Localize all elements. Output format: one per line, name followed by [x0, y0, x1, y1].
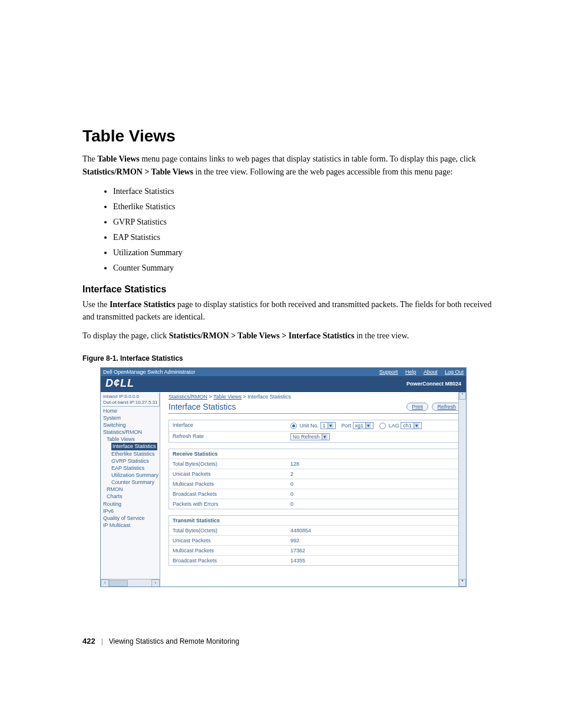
bold-text: Statistics/RMON > Table Views > Interfac…	[169, 331, 355, 340]
port-select[interactable]: xg1▾	[353, 422, 374, 429]
lag-label: LAG	[389, 423, 399, 429]
breadcrumb-sep: >	[242, 394, 247, 400]
scroll-left-icon[interactable]: ‹	[101, 579, 109, 587]
text: Use the	[82, 300, 110, 309]
unit-radio[interactable]	[290, 423, 297, 429]
nav-tree[interactable]: Home System Switching Statistics/RMON Ta…	[102, 407, 160, 529]
tree-system[interactable]: System	[102, 414, 160, 421]
list-item: EAP Statistics	[113, 230, 494, 245]
main-vscrollbar[interactable]: ˄ ˅	[458, 392, 466, 587]
scroll-thumb[interactable]	[109, 580, 128, 587]
scroll-up-icon[interactable]: ˄	[459, 392, 466, 400]
figure-caption: Figure 8-1. Interface Statistics	[82, 354, 494, 363]
about-link[interactable]: About	[424, 369, 438, 375]
tree-ipv6[interactable]: IPv6	[102, 508, 160, 515]
chevron-down-icon: ▾	[365, 423, 371, 429]
tree-interface-statistics[interactable]: Interface Statistics	[102, 443, 160, 450]
table-row: Broadcast Packets14355	[169, 555, 461, 565]
page-heading: Table Views	[82, 127, 494, 146]
list-item: Etherlike Statistics	[113, 199, 494, 215]
chevron-down-icon: ▾	[328, 423, 333, 429]
main-pane: Statistics/RMON > Table Views > Interfac…	[160, 392, 466, 587]
table-row: Total Bytes(Octets)4480854	[169, 525, 461, 535]
table-row: Unicast Packets2	[169, 469, 461, 479]
tree-ip-multicast[interactable]: IP Multicast	[102, 522, 160, 529]
scroll-right-icon[interactable]: ›	[151, 579, 160, 587]
page-title: Interface Statistics	[168, 402, 236, 411]
sub-paragraph-1: Use the Interface Statistics page to dis…	[82, 298, 494, 324]
text: in the tree view.	[354, 331, 409, 340]
port-label: Port	[342, 423, 352, 429]
inband-ip: Inband IP:0.0.0.0	[103, 394, 158, 400]
tree-etherlike-statistics[interactable]: Etherlike Statistics	[102, 450, 160, 457]
logout-link[interactable]: Log Out	[445, 369, 464, 375]
tree-utilization-summary[interactable]: Utilization Summary	[102, 472, 160, 479]
table-row: Multicast Packets17362	[169, 545, 461, 555]
bullet-list: Interface Statistics Etherlike Statistic…	[82, 184, 494, 275]
list-item: Utilization Summary	[113, 245, 494, 261]
model-label: PowerConnect M8024	[406, 381, 461, 387]
transmit-stats-header: Transmit Statistics	[169, 516, 287, 525]
table-row: Packets with Errors0	[169, 499, 461, 509]
tree-qos[interactable]: Quality of Service	[102, 515, 160, 522]
sidebar-hscrollbar[interactable]: ‹ ›	[101, 579, 160, 587]
breadcrumb-current: Interface Statistics	[247, 394, 291, 400]
sub-paragraph-2: To display the page, click Statistics/RM…	[82, 330, 494, 342]
breadcrumb-sep: >	[207, 394, 213, 400]
support-link[interactable]: Support	[379, 369, 398, 375]
page-actions: Print Refresh	[404, 403, 461, 411]
list-item: Interface Statistics	[113, 184, 494, 199]
unit-select[interactable]: 1▾	[320, 422, 336, 429]
interface-panel: Interface Unit No. 1▾ Port xg1▾ LAG ch1	[168, 420, 461, 443]
app-title: Dell OpenManage Switch Administrator	[103, 369, 196, 375]
lag-radio[interactable]	[379, 423, 386, 429]
interface-label: Interface	[169, 420, 287, 431]
text: menu page contains links to web pages th…	[140, 154, 476, 163]
app-titlebar: Dell OpenManage Switch Administrator Sup…	[101, 368, 466, 376]
help-link[interactable]: Help	[405, 369, 416, 375]
tree-statistics-rmon[interactable]: Statistics/RMON	[102, 429, 160, 436]
unit-label: Unit No.	[300, 423, 319, 429]
nav-sidebar: Inband IP:0.0.0.0 Out-of-band IP:10.27.5…	[101, 392, 160, 587]
page-number: 422	[82, 637, 95, 645]
sub-heading: Interface Statistics	[82, 284, 494, 295]
breadcrumb-link[interactable]: Table Views	[213, 394, 242, 400]
tree-switching[interactable]: Switching	[102, 421, 160, 429]
dell-logo: D¢LL	[105, 377, 134, 390]
chevron-down-icon: ▾	[414, 423, 419, 429]
print-button[interactable]: Print	[406, 403, 428, 411]
tree-counter-summary[interactable]: Counter Summary	[102, 479, 160, 486]
refresh-rate-label: Refresh Rate	[169, 431, 287, 442]
chapter-name: Viewing Statistics and Remote Monitoring	[109, 637, 239, 645]
intro-paragraph: The Table Views menu page contains links…	[82, 153, 494, 178]
breadcrumb-link[interactable]: Statistics/RMON	[168, 394, 207, 400]
tree-eap-statistics[interactable]: EAP Statistics	[102, 465, 160, 472]
tree-routing[interactable]: Routing	[102, 500, 160, 508]
list-item: Counter Summary	[113, 261, 494, 276]
table-row: Multicast Packets0	[169, 479, 461, 489]
bold-text: Statistics/RMON > Table Views	[82, 167, 193, 176]
page-footer: 422 | Viewing Statistics and Remote Moni…	[82, 637, 239, 645]
interface-controls: Unit No. 1▾ Port xg1▾ LAG ch1▾	[287, 420, 461, 431]
text: The	[82, 154, 97, 163]
tree-charts[interactable]: Charts	[102, 493, 160, 500]
footer-sep: |	[101, 637, 103, 645]
receive-stats-header: Receive Statistics	[169, 449, 287, 459]
table-row: Unicast Packets992	[169, 535, 461, 545]
tree-table-views[interactable]: Table Views	[102, 436, 160, 443]
tree-rmon[interactable]: RMON	[102, 486, 160, 493]
screenshot-figure: Dell OpenManage Switch Administrator Sup…	[100, 367, 467, 587]
brand-bar: D¢LL PowerConnect M8024	[101, 376, 466, 392]
transmit-stats-panel: Transmit Statistics Total Bytes(Octets)4…	[168, 515, 461, 566]
table-row: Total Bytes(Octets)128	[169, 459, 461, 469]
list-item: GVRP Statistics	[113, 215, 494, 230]
text: in the tree view. Following are the web …	[193, 167, 452, 176]
tree-home[interactable]: Home	[102, 407, 160, 414]
refresh-button[interactable]: Refresh	[432, 403, 461, 411]
refresh-rate-select[interactable]: No Refresh▾	[290, 433, 330, 440]
receive-stats-panel: Receive Statistics Total Bytes(Octets)12…	[168, 449, 461, 509]
table-row: Broadcast Packets0	[169, 489, 461, 499]
scroll-down-icon[interactable]: ˅	[459, 579, 466, 587]
tree-gvrp-statistics[interactable]: GVRP Statistics	[102, 457, 160, 465]
lag-select[interactable]: ch1▾	[401, 422, 422, 429]
